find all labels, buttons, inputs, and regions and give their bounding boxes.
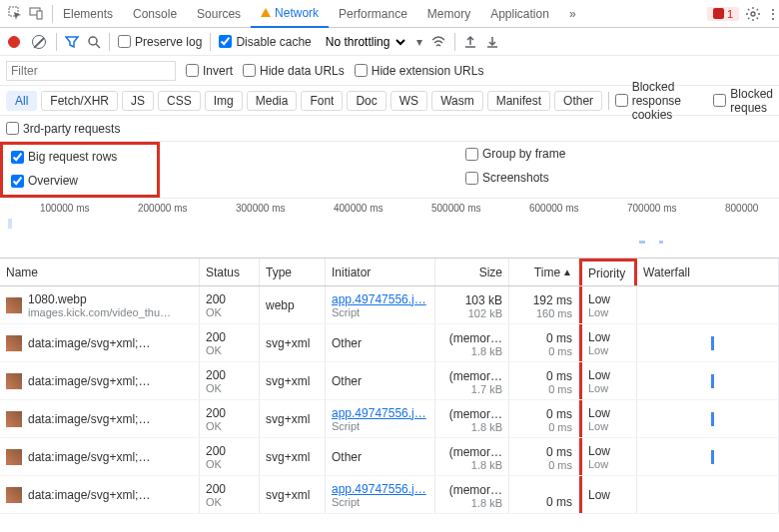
disable-cache-checkbox[interactable]: Disable cache	[219, 35, 311, 49]
timeline-tick: 500000 ms	[431, 203, 480, 214]
invert-checkbox[interactable]: Invert	[186, 64, 233, 78]
tab-elements[interactable]: Elements	[53, 0, 123, 28]
timeline-tick: 800000	[725, 203, 758, 214]
waterfall-bar	[711, 450, 714, 464]
thumbnail-icon	[6, 487, 22, 503]
timeline-overview[interactable]: 100000 ms200000 ms300000 ms400000 ms5000…	[0, 199, 779, 259]
blocked-requests-checkbox[interactable]: Blocked reques	[713, 87, 773, 115]
request-table: 1080.webpimages.kick.com/video_thu…200OK…	[0, 286, 779, 514]
overview-checkbox[interactable]: Overview	[11, 174, 78, 188]
upload-icon[interactable]	[463, 35, 477, 49]
preserve-log-checkbox[interactable]: Preserve log	[118, 35, 202, 49]
tab-memory[interactable]: Memory	[417, 0, 480, 28]
type-filter-manifest[interactable]: Manifest	[487, 91, 550, 111]
table-row[interactable]: 1080.webpimages.kick.com/video_thu…200OK…	[0, 286, 779, 324]
col-waterfall[interactable]: Waterfall	[637, 259, 779, 285]
col-status[interactable]: Status	[200, 259, 260, 285]
network-toolbar: Preserve log Disable cache No throttling…	[0, 28, 779, 56]
filter-input[interactable]	[6, 61, 176, 81]
type-filter-js[interactable]: JS	[122, 91, 154, 111]
tab-performance[interactable]: Performance	[329, 0, 417, 28]
waterfall-bar	[711, 336, 714, 350]
type-filter-css[interactable]: CSS	[158, 91, 201, 111]
timeline-tick: 100000 ms	[40, 203, 89, 214]
group-frame-checkbox[interactable]: Group by frame	[465, 147, 565, 161]
thumbnail-icon	[6, 411, 22, 427]
more-tabs[interactable]: »	[559, 0, 586, 28]
table-row[interactable]: data:image/svg+xml;…200OKsvg+xmlapp.4974…	[0, 400, 779, 438]
kebab-icon[interactable]: ⋮	[767, 7, 779, 21]
type-filter-wasm[interactable]: Wasm	[431, 91, 483, 111]
thumbnail-icon	[6, 449, 22, 465]
thumbnail-icon	[6, 373, 22, 389]
throttling-select[interactable]: No throttling	[320, 32, 408, 52]
table-row[interactable]: data:image/svg+xml;…200OKsvg+xmlOther(me…	[0, 438, 779, 476]
col-type[interactable]: Type	[260, 259, 326, 285]
col-priority[interactable]: Priority	[579, 259, 637, 285]
thumbnail-icon	[6, 335, 22, 351]
timeline-tick: 200000 ms	[138, 203, 187, 214]
type-filter-fetch-xhr[interactable]: Fetch/XHR	[41, 91, 118, 111]
chevron-down-icon: ▾	[416, 35, 422, 49]
hide-ext-urls-checkbox[interactable]: Hide extension URLs	[355, 64, 484, 78]
waterfall-bar	[711, 374, 714, 388]
col-name[interactable]: Name	[0, 259, 200, 285]
options-row: Big request rows Overview Group by frame…	[0, 142, 779, 199]
svg-line-5	[96, 44, 100, 48]
sort-asc-icon: ▲	[562, 266, 572, 277]
tab-application[interactable]: Application	[480, 0, 559, 28]
device-icon[interactable]	[29, 6, 44, 21]
table-header: Name Status Type Initiator Size Time▲ Pr…	[0, 259, 779, 286]
table-row[interactable]: data:image/svg+xml;…200OKsvg+xmlOther(me…	[0, 362, 779, 400]
type-filter-ws[interactable]: WS	[390, 91, 427, 111]
record-button[interactable]	[8, 36, 20, 48]
type-filter-font[interactable]: Font	[301, 91, 343, 111]
main-tabs: ElementsConsoleSourcesNetworkPerformance…	[0, 0, 779, 28]
svg-point-4	[89, 37, 97, 45]
timeline-tick: 300000 ms	[236, 203, 285, 214]
filter-icon[interactable]	[65, 35, 79, 49]
blocked-cookies-checkbox[interactable]: Blocked response cookies	[615, 80, 708, 122]
gear-icon[interactable]	[745, 6, 761, 22]
col-time[interactable]: Time▲	[509, 259, 579, 285]
waterfall-bar	[711, 412, 714, 426]
table-row[interactable]: data:image/svg+xml;…200OKsvg+xmlapp.4974…	[0, 476, 779, 514]
timeline-tick: 600000 ms	[529, 203, 578, 214]
third-party-checkbox[interactable]: 3rd-party requests	[6, 122, 120, 136]
table-row[interactable]: data:image/svg+xml;…200OKsvg+xmlOther(me…	[0, 324, 779, 362]
type-filter-doc[interactable]: Doc	[347, 91, 386, 111]
type-filter-all[interactable]: All	[6, 91, 37, 111]
search-icon[interactable]	[87, 35, 101, 49]
col-initiator[interactable]: Initiator	[326, 259, 435, 285]
tab-sources[interactable]: Sources	[187, 0, 251, 28]
inspect-icon[interactable]	[8, 6, 23, 21]
type-filter-other[interactable]: Other	[554, 91, 602, 111]
type-filter-img[interactable]: Img	[205, 91, 243, 111]
svg-rect-2	[37, 11, 42, 19]
wifi-icon[interactable]	[430, 35, 446, 49]
tab-console[interactable]: Console	[123, 0, 187, 28]
svg-point-3	[751, 12, 755, 16]
type-filter-media[interactable]: Media	[247, 91, 298, 111]
big-rows-checkbox[interactable]: Big request rows	[11, 150, 117, 164]
tab-network[interactable]: Network	[251, 0, 329, 28]
download-icon[interactable]	[485, 35, 499, 49]
timeline-tick: 400000 ms	[334, 203, 383, 214]
type-filter-row: AllFetch/XHRJSCSSImgMediaFontDocWSWasmMa…	[0, 86, 779, 116]
warning-icon	[261, 8, 271, 17]
thumbnail-icon	[6, 297, 22, 313]
screenshots-checkbox[interactable]: Screenshots	[465, 171, 549, 185]
clear-button[interactable]	[32, 35, 46, 49]
col-size[interactable]: Size	[435, 259, 509, 285]
timeline-tick: 700000 ms	[627, 203, 676, 214]
hide-data-urls-checkbox[interactable]: Hide data URLs	[243, 64, 345, 78]
error-badge[interactable]: 1	[707, 7, 739, 21]
